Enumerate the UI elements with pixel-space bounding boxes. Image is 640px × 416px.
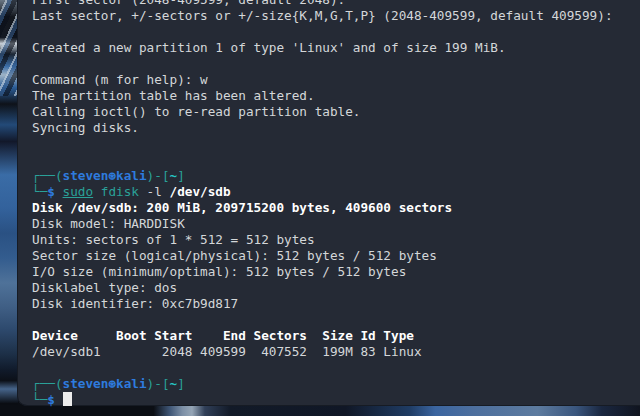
prompt-username: steven (63, 168, 109, 183)
terminal-output-line: Command (m for help): w (32, 72, 640, 88)
kali-at-glyph-icon: ⊛ (108, 168, 116, 183)
prompt-username: steven (63, 376, 109, 391)
prompt-frame-close: ] (177, 376, 185, 391)
kali-at-glyph-icon: ⊛ (108, 376, 116, 391)
terminal-cursor (63, 392, 72, 406)
terminal-output-line: First sector (2048-409599, default 2048)… (32, 0, 640, 8)
prompt-frame-open: ┌──( (32, 376, 63, 391)
partition-table-row: /dev/sdb1 2048 409599 407552 199M 83 Lin… (32, 344, 640, 360)
prompt-frame-mid: )-[ (147, 376, 170, 391)
prompt-hostname: kali (116, 376, 147, 391)
command-sudo: sudo (63, 184, 94, 199)
prompt-dollar: $ (47, 184, 62, 199)
command-argument: /dev/sdb (170, 184, 231, 199)
terminal-output-line: The partition table has been altered. (32, 88, 640, 104)
prompt-hostname: kali (116, 168, 147, 183)
blank-line (32, 312, 640, 328)
prompt-frame-close: ] (177, 168, 185, 183)
prompt-frame-open: ┌──( (32, 168, 63, 183)
command-fdisk: fdisk (101, 184, 139, 199)
terminal-output-line: I/O size (minimum/optimal): 512 bytes / … (32, 264, 640, 280)
blank-line (32, 152, 640, 168)
command-space (93, 184, 101, 199)
terminal-output-line: Units: sectors of 1 * 512 = 512 bytes (32, 232, 640, 248)
terminal-output-line: Last sector, +/-sectors or +/-size{K,M,G… (32, 8, 640, 24)
terminal-output-line: Disklabel type: dos (32, 280, 640, 296)
prompt-frame-mid: )-[ (147, 168, 170, 183)
blank-line (32, 136, 640, 152)
prompt-dollar: $ (47, 392, 62, 407)
command-options: -l (139, 184, 170, 199)
shell-prompt-line-2: └─$ (32, 392, 640, 408)
shell-prompt-line-2: └─$ sudo fdisk -l /dev/sdb (32, 184, 640, 200)
terminal-output-line: Syncing disks. (32, 120, 640, 136)
shell-prompt-line-1: ┌──(steven⊛kali)-[~] (32, 376, 640, 392)
terminal-output-line: Disk model: HARDDISK (32, 216, 640, 232)
prompt-corner: └─ (32, 392, 47, 407)
prompt-corner: └─ (32, 184, 47, 199)
terminal-output-line: Created a new partition 1 of type 'Linux… (32, 40, 640, 56)
terminal-output-line: Sector size (logical/physical): 512 byte… (32, 248, 640, 264)
terminal-output-line: Disk identifier: 0xc7b9d817 (32, 296, 640, 312)
blank-line (32, 24, 640, 40)
partition-table-header: Device Boot Start End Sectors Size Id Ty… (32, 328, 640, 344)
disk-summary-line: Disk /dev/sdb: 200 MiB, 209715200 bytes,… (32, 200, 640, 216)
terminal-window[interactable]: First sector (2048-409599, default 2048)… (17, 0, 640, 406)
blank-line (32, 56, 640, 72)
desktop-wallpaper-left-strip (0, 0, 18, 416)
shell-prompt-line-1: ┌──(steven⊛kali)-[~] (32, 168, 640, 184)
blank-line (32, 360, 640, 376)
terminal-output-line: Calling ioctl() to re-read partition tab… (32, 104, 640, 120)
